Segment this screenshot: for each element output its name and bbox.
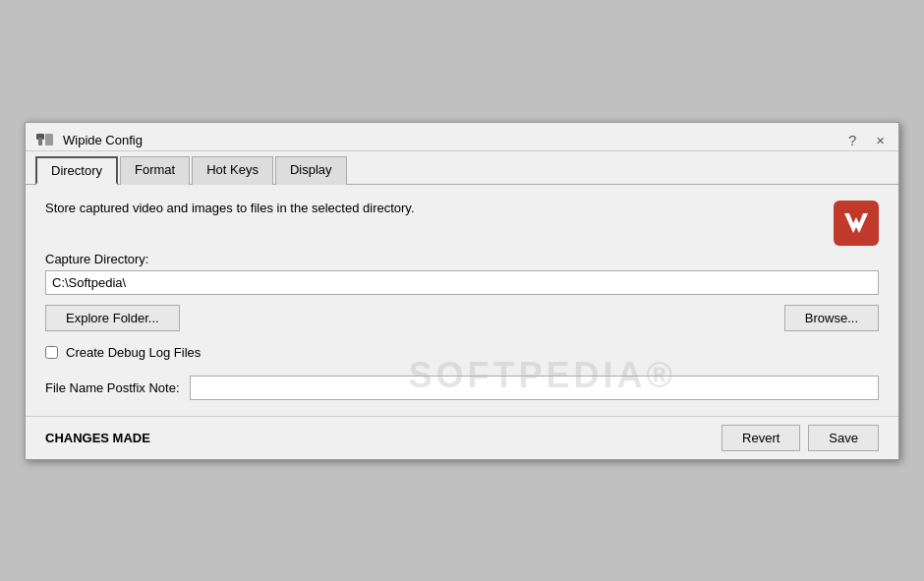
- postfix-row: File Name Postfix Note:: [45, 376, 879, 400]
- debug-log-checkbox[interactable]: [45, 346, 58, 359]
- svg-rect-2: [45, 134, 53, 145]
- tab-display[interactable]: Display: [275, 156, 347, 185]
- browse-button[interactable]: Browse...: [784, 305, 879, 331]
- capture-directory-label: Capture Directory:: [45, 252, 879, 266]
- title-bar-buttons: ? ×: [844, 133, 889, 147]
- tabs-row: Directory Format Hot Keys Display: [26, 155, 898, 185]
- tab-format[interactable]: Format: [120, 156, 190, 185]
- footer-buttons: Revert Save: [722, 425, 879, 451]
- capture-directory-input[interactable]: [45, 270, 879, 295]
- save-button[interactable]: Save: [808, 425, 879, 451]
- revert-button[interactable]: Revert: [722, 425, 800, 451]
- tab-hotkeys[interactable]: Hot Keys: [192, 156, 273, 185]
- explore-folder-button[interactable]: Explore Folder...: [45, 305, 180, 331]
- help-button[interactable]: ?: [844, 133, 860, 147]
- footer: CHANGES MADE Revert Save: [26, 416, 898, 459]
- status-text: CHANGES MADE: [45, 431, 150, 445]
- postfix-note-input[interactable]: [190, 376, 879, 400]
- tab-directory[interactable]: Directory: [35, 156, 118, 185]
- close-button[interactable]: ×: [872, 133, 889, 147]
- debug-log-label: Create Debug Log Files: [66, 345, 201, 360]
- debug-log-row: Create Debug Log Files: [45, 345, 879, 360]
- logo-badge: [834, 201, 879, 246]
- folder-buttons-row: Explore Folder... Browse...: [45, 305, 879, 331]
- title-bar: Wipide Config ? ×: [26, 123, 898, 151]
- postfix-note-label: File Name Postfix Note:: [45, 380, 180, 395]
- app-icon: [35, 131, 55, 150]
- window-title: Wipide Config: [63, 133, 143, 147]
- description-text: Store captured video and images to files…: [45, 201, 824, 215]
- main-window: Wipide Config ? × Directory Format Hot K…: [25, 122, 899, 460]
- content-area: Store captured video and images to files…: [26, 185, 898, 416]
- svg-rect-1: [38, 138, 42, 145]
- description-row: Store captured video and images to files…: [45, 201, 879, 246]
